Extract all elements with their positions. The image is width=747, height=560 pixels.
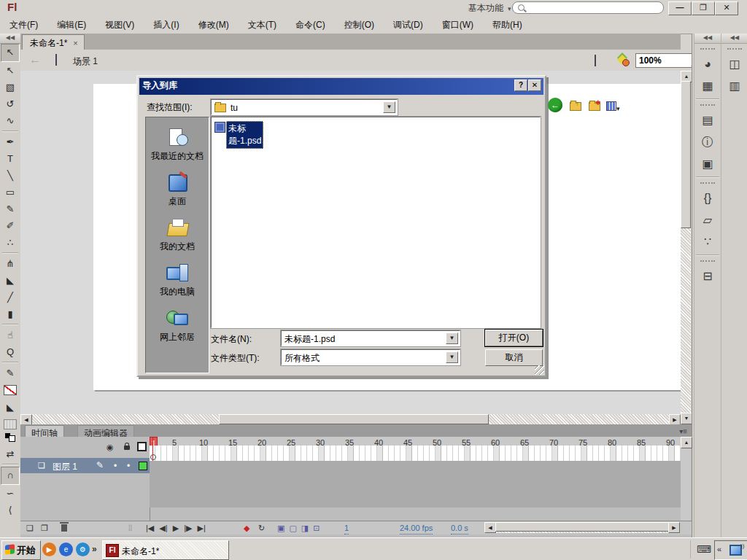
play-button[interactable]: ▶ [173,524,179,532]
subselection-tool-icon[interactable]: ↖ [1,62,19,79]
new-folder-button[interactable]: ✱ [587,98,602,112]
marker-icon[interactable]: ◆ [244,522,249,534]
view-menu-button[interactable]: ▾ [605,98,619,112]
swap-colors-icon[interactable]: ⇄ [1,446,19,462]
horizontal-scrollbar[interactable]: ◀ ▶ [20,414,681,424]
help-button[interactable]: ? [514,79,527,91]
place-my-documents[interactable]: 我的文档 [146,217,209,253]
network-status-icon[interactable] [729,545,742,556]
menu-D[interactable]: 调试(D) [384,16,433,34]
loop-icon[interactable]: ↻ [258,522,265,534]
quicklaunch-messenger[interactable]: ⚙ [76,542,90,556]
align-panel-icon[interactable]: ▤ [697,111,719,130]
file-list[interactable]: 未标题-1.psd [211,117,541,328]
place-recent-documents[interactable]: 我最近的文档 [146,127,209,163]
keyboard-layout-icon[interactable]: ⌨ [697,543,711,555]
lock-icon[interactable] [124,446,130,450]
restore-button[interactable]: ❐ [692,1,715,15]
edit-scene-button[interactable] [595,55,596,66]
minimize-button[interactable]: — [668,1,692,15]
drag-grip[interactable] [700,182,715,186]
file-type-select[interactable]: 所有格式 ▼ [281,349,460,365]
look-in-select[interactable]: tu ▼ [211,99,398,115]
library-panel-icon[interactable]: ▥ [724,77,746,96]
quicklaunch-media-player[interactable]: ▶ [42,542,56,556]
spray-brush-tool-icon[interactable]: ∴ [1,234,19,251]
go-to-last-frame-button[interactable]: ▶| [197,524,205,532]
menu-E[interactable]: 编辑(E) [47,16,96,34]
resize-grip[interactable] [535,365,544,375]
hand-tool-icon[interactable]: ☝ [1,327,19,343]
components-panel-icon[interactable]: ▱ [697,211,719,230]
menu-F[interactable]: 文件(F) [0,16,47,34]
drag-grip[interactable] [700,104,715,108]
layer-row[interactable]: ❏ 图层 1 ✎ • • [20,458,150,473]
current-frame-value[interactable]: 1 [344,522,349,534]
frames-vertical-scrollbar[interactable]: ▲ [681,437,691,521]
menu-T[interactable]: 文本(T) [239,16,286,34]
scrollbar-thumb[interactable] [219,414,489,424]
transform-panel-icon[interactable]: ▣ [697,155,719,174]
back-arrow-icon[interactable]: ← [29,53,41,66]
free-transform-tool-icon[interactable]: ▧ [1,79,19,96]
elapsed-time-value[interactable]: 0.0 s [451,522,468,534]
taskbar-item-flash-document[interactable]: Fl 未命名-1* [102,540,229,560]
default-colors-icon[interactable] [5,433,15,442]
layer-lock-dot[interactable]: • [127,461,130,471]
onion-outline-button[interactable]: ◨ [301,524,309,532]
fill-color-swatch-icon[interactable] [4,419,17,429]
vertical-scrollbar[interactable]: ▲ ▼ [681,71,691,424]
layer-name[interactable]: 图层 1 [53,461,77,473]
open-button[interactable]: 打开(O) [485,330,543,346]
scroll-up-icon[interactable]: ▲ [681,437,692,448]
search-input[interactable] [512,1,664,14]
up-folder-button[interactable]: ↑ [568,98,583,112]
back-button[interactable]: ← [548,98,562,112]
show-hide-icon[interactable]: ◉ [107,443,114,452]
selection-tool-icon[interactable]: ↖ [1,44,20,62]
brush-tool-icon[interactable]: ✐ [1,217,19,234]
pane-splitter[interactable]: ⦙⦙ [128,522,132,534]
edit-multiple-frames-button[interactable]: ⊡ [313,524,320,532]
chevron-down-icon[interactable]: ▼ [446,351,458,363]
swatches-panel-icon[interactable]: ▦ [697,77,719,96]
layer-outline-color-swatch[interactable] [139,462,147,470]
eraser-tool-icon[interactable]: ▮ [1,306,19,322]
place-network[interactable]: 网上邻居 [146,308,209,343]
cancel-button[interactable]: 取消 [485,349,543,366]
pen-tool-icon[interactable]: ✒ [1,133,19,150]
dialog-titlebar[interactable]: 导入到库 ? ✕ [139,78,543,95]
properties-panel-icon[interactable]: ◫ [724,55,746,74]
info-panel-icon[interactable]: ⓘ [697,133,719,152]
delete-layer-icon[interactable] [61,524,67,532]
go-to-first-frame-button[interactable]: |◀ [146,524,154,532]
stroke-color-pencil-icon[interactable]: ✎ [1,365,19,381]
eyedropper-tool-icon[interactable]: ╱ [1,289,19,306]
lasso-tool-icon[interactable]: ∿ [1,112,19,129]
menu-C[interactable]: 命令(C) [286,16,335,34]
place-my-computer[interactable]: 我的电脑 [146,262,209,298]
drag-grip[interactable] [700,260,715,264]
close-button[interactable]: ✕ [715,1,738,15]
outline-icon[interactable] [137,442,147,451]
code-snippets-panel-icon[interactable]: {} [697,189,719,208]
chevron-down-icon[interactable]: ▼ [383,101,395,113]
file-name-input[interactable]: 未标题-1.psd ▼ [281,330,460,346]
panel-menu-icon[interactable]: ▾≡ [679,427,687,435]
scroll-down-icon[interactable]: ▼ [681,413,692,424]
project-panel-icon[interactable]: ⊟ [697,267,719,286]
color-panel-icon[interactable]: ◕ [697,55,719,74]
scrollbar-thumb[interactable] [495,522,670,532]
onion-skin-button[interactable]: ▢ [289,524,296,532]
menu-I[interactable]: 插入(I) [144,16,188,34]
collapse-tools-icon[interactable]: ◀◀ [0,34,20,44]
straighten-modifier-icon[interactable]: ⟨ [1,502,19,518]
more-icons-chevron[interactable]: » [92,544,97,554]
place-desktop[interactable]: 桌面 [146,172,209,208]
menu-V[interactable]: 视图(V) [96,16,144,34]
zoom-tool-icon[interactable]: Q [1,343,19,360]
pencil-tool-icon[interactable]: ✎ [1,201,19,217]
frame-rate-value[interactable]: 24.00 fps [400,522,433,534]
collapse-panels-icon[interactable]: ◀◀ [721,34,747,44]
chevron-down-icon[interactable]: ▼ [446,332,458,344]
